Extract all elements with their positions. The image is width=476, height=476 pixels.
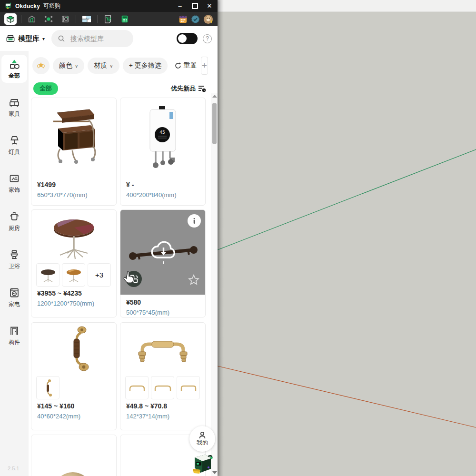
sidebar-item-decor[interactable]: 家饰 xyxy=(1,169,27,197)
more-filters-label: + 更多筛选 xyxy=(129,61,161,70)
product-card-hovered[interactable]: ¥580 500*75*45(mm) xyxy=(120,209,206,317)
product-card[interactable]: ¥1499 650*370*770(mm) xyxy=(31,98,117,206)
tool-order-list-button[interactable] xyxy=(102,13,114,25)
tool-scatter-button[interactable] xyxy=(42,13,55,25)
sidebar-item-component[interactable]: 构件 xyxy=(1,321,27,349)
my-account-button[interactable]: 我的 xyxy=(189,426,215,452)
product-card[interactable]: ¥145 ~ ¥160 40*60*242(mm) xyxy=(31,322,117,430)
sidebar-item-lighting[interactable]: 灯具 xyxy=(1,131,27,159)
download-cloud-icon xyxy=(149,239,178,266)
app-logo-duck-icon xyxy=(5,2,12,10)
variant-thumbnail[interactable] xyxy=(151,376,174,399)
house-icon xyxy=(27,15,37,23)
version-label: 2.5.1 xyxy=(8,466,19,471)
help-button[interactable]: ? xyxy=(203,34,212,43)
more-filters-button[interactable]: + 更多筛选 xyxy=(123,58,168,74)
close-button[interactable]: ✕ xyxy=(206,3,213,10)
model-browser: 颜色 ∨ 材质 ∨ + 更多筛选 重置 + xyxy=(29,51,211,476)
sort-label: 优先新品 xyxy=(171,84,196,93)
scrollbar-thumb[interactable] xyxy=(212,103,217,144)
product-card[interactable]: 45 ¥ - 400*200*840(mm) xyxy=(120,98,206,206)
material-filter-dropdown[interactable]: 材质 ∨ xyxy=(88,58,119,74)
toilet-icon xyxy=(8,248,20,261)
product-card[interactable]: ¥49.8 ~ ¥70.8 142*37*14(mm) xyxy=(120,322,206,430)
product-image xyxy=(31,435,116,476)
okducky-mascot-logo[interactable] xyxy=(191,452,214,476)
active-category-tag[interactable]: 全部 xyxy=(33,82,58,95)
add-filter-button[interactable]: + xyxy=(201,57,208,75)
sidebar-item-label: 构件 xyxy=(9,338,20,347)
filter-row: 颜色 ∨ 材质 ∨ + 更多筛选 重置 + xyxy=(29,51,211,75)
sidebar-item-label: 家电 xyxy=(9,300,20,308)
variant-thumbnail[interactable] xyxy=(177,376,200,399)
sidebar-item-kitchen[interactable]: 厨房 xyxy=(1,207,27,235)
color-filter-label: 颜色 xyxy=(59,61,72,70)
product-dimensions: 1200*1200*750(mm) xyxy=(37,300,110,307)
variant-thumbnail[interactable] xyxy=(36,263,60,287)
tag-row: 全部 优先新品 xyxy=(29,75,211,95)
product-image xyxy=(31,210,116,262)
variant-more-button[interactable]: +3 xyxy=(88,263,111,287)
door-icon xyxy=(8,325,20,337)
library-label: 模型库 xyxy=(18,34,40,43)
calculator-icon xyxy=(120,15,129,23)
svg-text:45: 45 xyxy=(159,130,165,135)
panel-toggle-switch[interactable] xyxy=(177,33,198,44)
sidebar-item-label: 家饰 xyxy=(9,186,20,194)
search-input[interactable] xyxy=(69,34,125,43)
person-icon xyxy=(198,431,207,439)
product-image: 45 xyxy=(120,98,205,178)
tool-appliance-button[interactable] xyxy=(59,13,71,25)
washer-camera-icon xyxy=(60,15,70,23)
tool-model-library-button[interactable] xyxy=(4,13,17,25)
maximize-button[interactable] xyxy=(191,3,198,10)
user-avatar[interactable] xyxy=(203,14,213,24)
variant-thumbnail[interactable] xyxy=(62,263,85,287)
product-price: ¥ - xyxy=(126,181,199,188)
sort-button[interactable]: 优先新品 xyxy=(171,84,206,93)
laurel-star-icon xyxy=(36,60,46,71)
green-axis-line xyxy=(218,149,476,250)
minimize-button[interactable]: – xyxy=(177,3,183,10)
scroll-up-arrow[interactable] xyxy=(212,95,217,98)
chevron-down-icon: ∨ xyxy=(75,63,78,69)
variant-row xyxy=(31,375,116,399)
chevron-down-icon: ▾ xyxy=(42,36,45,41)
sidebar-item-appliance[interactable]: 家电 xyxy=(1,283,27,311)
chevron-down-icon: ∨ xyxy=(109,63,113,69)
sidebar-item-furniture[interactable]: 家具 xyxy=(1,93,27,121)
variant-thumbnail[interactable] xyxy=(36,376,60,399)
toolbar-divider xyxy=(76,15,76,23)
variant-thumbnail[interactable] xyxy=(125,376,149,399)
scrollbar[interactable] xyxy=(211,93,218,476)
info-button[interactable] xyxy=(188,214,201,228)
product-dimensions: 40*60*242(mm) xyxy=(37,413,110,420)
favorite-star-button[interactable] xyxy=(188,274,199,287)
featured-filter-button[interactable] xyxy=(32,57,50,74)
sofa-icon xyxy=(8,96,20,109)
tool-room-button[interactable] xyxy=(26,13,38,25)
tool-calculator-button[interactable] xyxy=(119,13,131,25)
sidebar-item-label: 家具 xyxy=(9,110,20,118)
membership-badge-icon[interactable] xyxy=(191,15,200,24)
product-card[interactable]: +3 ¥3955 ~ ¥4235 1200*1200*750(mm) xyxy=(31,209,117,317)
color-filter-dropdown[interactable]: 颜色 ∨ xyxy=(53,58,84,74)
product-price: ¥3955 ~ ¥4235 xyxy=(37,289,110,297)
reset-label: 重置 xyxy=(184,61,197,70)
toggle-knob xyxy=(178,34,187,43)
okducky-panel: Okducky 可搭购 – ✕ xyxy=(0,0,218,476)
library-switcher[interactable]: 模型库 ▾ xyxy=(6,34,45,43)
search-box[interactable] xyxy=(51,30,133,47)
reset-filters-button[interactable]: 重置 xyxy=(174,61,197,70)
variant-row: +3 xyxy=(31,262,116,287)
sidebar-item-label: 卫浴 xyxy=(9,262,20,270)
sidebar-item-label: 全部 xyxy=(9,72,20,80)
product-price: ¥49.8 ~ ¥70.8 xyxy=(126,402,199,410)
product-image xyxy=(31,98,116,178)
sidebar-item-all[interactable]: 全部 xyxy=(1,55,27,83)
product-card[interactable] xyxy=(31,435,117,476)
sidebar-item-bathroom[interactable]: 卫浴 xyxy=(1,245,27,273)
calendar-sign-in-icon[interactable] xyxy=(178,15,188,24)
tool-floorplan-button[interactable] xyxy=(80,13,93,25)
3d-viewport[interactable] xyxy=(218,0,476,476)
